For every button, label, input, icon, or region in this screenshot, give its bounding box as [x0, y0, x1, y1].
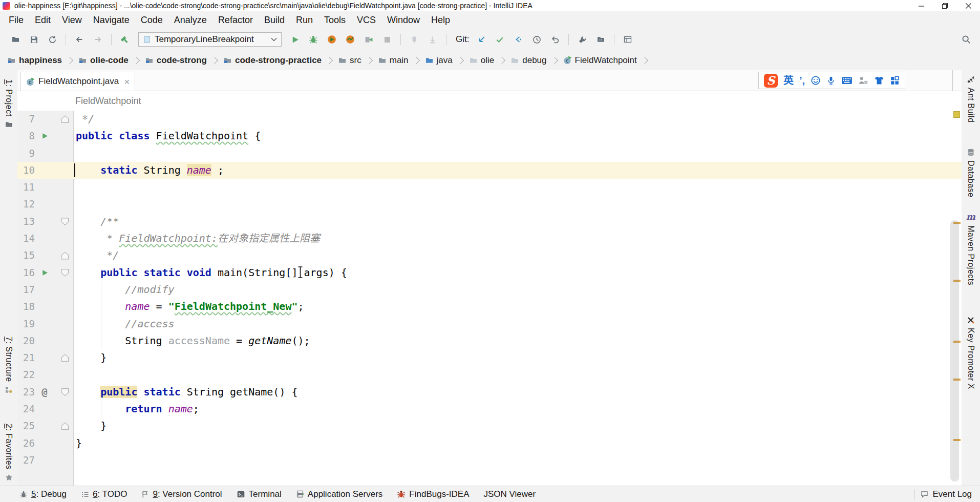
toolwindow-button-terminal[interactable]: Terminal	[237, 489, 282, 499]
git-commit-button[interactable]	[493, 33, 506, 46]
fold-start-icon[interactable]	[61, 218, 69, 225]
gutter[interactable]: 18	[17, 298, 73, 315]
code-line-text[interactable]: }	[73, 435, 962, 452]
breadcrumb-code-strong-practice[interactable]: code-strong-practice	[223, 55, 322, 66]
ime-english-mode-toggle[interactable]: 英	[783, 75, 794, 86]
fold-end-icon[interactable]	[61, 115, 69, 123]
mic-icon[interactable]	[826, 75, 836, 86]
run-button[interactable]	[288, 33, 302, 46]
menu-run[interactable]: Run	[290, 11, 318, 29]
menu-navigate[interactable]: Navigate	[88, 11, 135, 29]
toolwindow-button-application-servers[interactable]: Application Servers	[296, 489, 382, 499]
line-number[interactable]: 15	[18, 247, 35, 264]
line-number[interactable]: 21	[18, 349, 35, 366]
gutter[interactable]: 27	[17, 452, 73, 469]
menu-edit[interactable]: Edit	[29, 11, 56, 29]
line-number[interactable]: 7	[18, 111, 35, 128]
code-line-text[interactable]: public static String getName() {	[73, 384, 962, 401]
gutter[interactable]: 24	[17, 401, 73, 417]
restore-button[interactable]	[933, 0, 956, 11]
line-number[interactable]: 16	[18, 264, 35, 281]
search-everywhere-button[interactable]	[960, 33, 973, 46]
code-line-text[interactable]	[73, 179, 962, 196]
line-number[interactable]: 14	[18, 230, 35, 247]
tab-fieldwatchpoint-java[interactable]: c FieldWatchpoint.java ×	[20, 72, 135, 91]
code-editor[interactable]: 7 */8public class FieldWatchpoint {910 s…	[17, 111, 962, 486]
menu-window[interactable]: Window	[381, 11, 425, 29]
code-line-text[interactable]: return name;	[73, 401, 962, 417]
menu-file[interactable]: File	[3, 11, 29, 29]
toolwindow-maven-projects[interactable]: mMaven Projects	[962, 212, 980, 285]
at-icon[interactable]: @	[41, 386, 47, 398]
synchronize-button[interactable]	[46, 33, 59, 46]
breadcrumb-src[interactable]: src	[338, 55, 361, 66]
menu-help[interactable]: Help	[425, 11, 456, 29]
toolwindow-button-findbugs-idea[interactable]: FindBugs-IDEA	[397, 489, 469, 499]
fold-end-icon[interactable]	[61, 354, 69, 362]
push-button[interactable]	[408, 33, 421, 46]
skin-icon[interactable]	[874, 76, 884, 85]
fold-end-icon[interactable]	[61, 422, 69, 430]
line-number[interactable]: 22	[18, 366, 35, 383]
code-line-text[interactable]	[73, 366, 962, 383]
toolwindow-event-log[interactable]: Event Log	[920, 489, 972, 499]
tab-close-icon[interactable]: ×	[124, 77, 130, 87]
toolbox-icon[interactable]	[890, 76, 900, 86]
line-number[interactable]: 17	[18, 281, 35, 298]
toolwindow-ant-build[interactable]: Ant Build	[962, 75, 980, 123]
close-button[interactable]	[956, 0, 980, 11]
gutter[interactable]: 7	[17, 111, 73, 128]
breadcrumb-fieldwatchpoint[interactable]: cFieldWatchpoint	[563, 55, 637, 66]
ime-punctuation-toggle[interactable]: ’,	[799, 75, 805, 86]
line-number[interactable]: 12	[18, 196, 35, 213]
line-number[interactable]: 8	[18, 128, 35, 144]
project-structure-button[interactable]	[594, 33, 607, 46]
line-number[interactable]: 13	[18, 213, 35, 230]
save-all-button[interactable]	[27, 33, 40, 46]
code-line-text[interactable]: String accessName = getName();	[73, 332, 962, 349]
code-line-text[interactable]: public class FieldWatchpoint {	[73, 128, 962, 144]
stop-button[interactable]	[380, 33, 394, 46]
line-number[interactable]: 9	[18, 145, 35, 162]
gutter[interactable]: 26	[17, 435, 73, 452]
gutter[interactable]: 22	[17, 366, 73, 383]
line-number[interactable]: 11	[18, 179, 35, 196]
code-line-text[interactable]: }	[73, 417, 962, 434]
fold-start-icon[interactable]	[61, 269, 69, 277]
toolwindow-7-structure[interactable]: 7: Structure	[0, 337, 17, 394]
code-line-text[interactable]	[73, 145, 962, 162]
toolwindow-button-json-viewer[interactable]: JSON Viewer	[483, 489, 536, 499]
sogou-icon[interactable]: S	[764, 74, 778, 88]
run-configuration-select[interactable]: TemporaryLineBreakpoint	[138, 32, 282, 47]
minimize-button[interactable]	[909, 0, 933, 11]
open-button[interactable]	[9, 33, 22, 46]
breadcrumb-debug[interactable]: debug	[510, 55, 546, 66]
code-line-text[interactable]: //modify	[73, 281, 962, 298]
menu-refactor[interactable]: Refactor	[212, 11, 259, 29]
gutter[interactable]: 19	[17, 316, 73, 332]
line-number[interactable]: 10	[18, 162, 35, 179]
settings-button[interactable]	[576, 33, 589, 46]
breadcrumb-code-strong[interactable]: code-strong	[145, 55, 207, 66]
gutter[interactable]: 12	[17, 196, 73, 213]
handwriting-icon[interactable]: 2	[858, 76, 868, 85]
run-with-profiler-button[interactable]	[344, 33, 357, 46]
breadcrumb-olie[interactable]: olie	[469, 55, 494, 66]
menu-view[interactable]: View	[56, 11, 88, 29]
gutter[interactable]: 15	[17, 247, 73, 264]
debug-button[interactable]	[307, 33, 320, 46]
restore-layout-button[interactable]	[621, 33, 634, 46]
toolwindow-button-9-version-control[interactable]: 9: Version Control	[141, 489, 222, 499]
pull-button[interactable]	[426, 33, 439, 46]
gutter[interactable]: 25	[17, 417, 73, 434]
gutter[interactable]: 17	[17, 281, 73, 298]
toolwindow-1-project[interactable]: 1: Project	[0, 79, 17, 129]
code-line-text[interactable]	[73, 196, 962, 213]
back-button[interactable]	[73, 33, 86, 46]
attach-debugger-button[interactable]	[362, 33, 375, 46]
toolwindow-2-favorites[interactable]: 2: Favorites	[0, 424, 17, 482]
line-number[interactable]: 23	[18, 384, 35, 401]
code-line-text[interactable]: */	[73, 247, 962, 264]
menu-code[interactable]: Code	[135, 11, 168, 29]
menu-analyze[interactable]: Analyze	[168, 11, 212, 29]
